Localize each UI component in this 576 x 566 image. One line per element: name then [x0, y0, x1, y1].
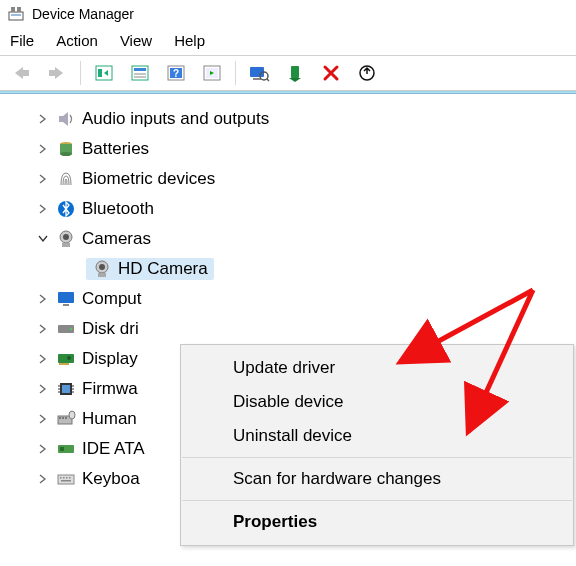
tree-node-computer[interactable]: Comput	[36, 284, 576, 314]
tree-node-audio[interactable]: Audio inputs and outputs	[36, 104, 576, 134]
tree-label: Comput	[82, 289, 142, 309]
title-bar: Device Manager	[0, 0, 576, 28]
tree-node-disk[interactable]: Disk dri	[36, 314, 576, 344]
svg-rect-53	[58, 475, 74, 484]
hid-icon	[56, 409, 76, 429]
svg-rect-3	[17, 7, 21, 12]
toolbar: ?	[0, 55, 576, 91]
device-manager-icon	[8, 6, 24, 22]
menu-action[interactable]: Action	[56, 32, 98, 49]
chevron-down-icon[interactable]	[36, 232, 50, 246]
bluetooth-icon	[56, 199, 76, 219]
svg-rect-1	[11, 14, 21, 16]
tree-node-biometric[interactable]: Biometric devices	[36, 164, 576, 194]
ide-icon	[56, 439, 76, 459]
properties-button[interactable]	[125, 60, 155, 86]
svg-rect-2	[11, 7, 15, 12]
context-separator	[182, 457, 572, 458]
uninstall-button[interactable]	[316, 60, 346, 86]
context-properties[interactable]: Properties	[181, 505, 573, 539]
menu-help[interactable]: Help	[174, 32, 205, 49]
svg-rect-27	[62, 243, 70, 247]
window-title: Device Manager	[32, 6, 134, 22]
camera-icon	[92, 259, 112, 279]
svg-rect-5	[98, 69, 102, 77]
context-uninstall-device[interactable]: Uninstall device	[181, 419, 573, 453]
chevron-right-icon[interactable]	[36, 112, 50, 126]
action-button[interactable]	[197, 60, 227, 86]
battery-icon	[56, 139, 76, 159]
chevron-right-icon[interactable]	[36, 202, 50, 216]
tree-node-hd-camera[interactable]: HD Camera	[66, 254, 576, 284]
svg-point-29	[99, 264, 105, 270]
tree-node-cameras[interactable]: Cameras	[36, 224, 576, 254]
camera-icon	[56, 229, 76, 249]
update-driver-button[interactable]	[352, 60, 382, 86]
forward-button	[42, 60, 72, 86]
svg-text:?: ?	[173, 68, 179, 79]
svg-rect-56	[66, 477, 68, 479]
svg-rect-39	[62, 385, 70, 393]
svg-rect-19	[291, 66, 299, 78]
svg-point-34	[70, 328, 72, 330]
chevron-right-icon[interactable]	[36, 292, 50, 306]
tree-label: Keyboa	[82, 469, 140, 489]
svg-rect-55	[63, 477, 65, 479]
chevron-right-icon[interactable]	[36, 472, 50, 486]
svg-point-37	[67, 356, 71, 360]
tree-label: Firmwa	[82, 379, 138, 399]
chevron-right-icon[interactable]	[36, 352, 50, 366]
context-disable-device[interactable]: Disable device	[181, 385, 573, 419]
speaker-icon	[56, 109, 76, 129]
menu-view[interactable]: View	[120, 32, 152, 49]
svg-rect-54	[60, 477, 62, 479]
svg-rect-31	[58, 292, 74, 303]
tree-label: Disk dri	[82, 319, 139, 339]
back-button	[6, 60, 36, 86]
svg-rect-30	[98, 273, 106, 277]
svg-rect-57	[69, 477, 71, 479]
tree-label: Audio inputs and outputs	[82, 109, 269, 129]
show-hide-tree-button[interactable]	[89, 60, 119, 86]
svg-rect-58	[61, 480, 71, 482]
tree-label: HD Camera	[118, 259, 208, 279]
chip-icon	[56, 379, 76, 399]
monitor-icon	[56, 289, 76, 309]
chevron-right-icon[interactable]	[36, 382, 50, 396]
svg-rect-52	[60, 447, 64, 451]
menu-file[interactable]: File	[10, 32, 34, 49]
chevron-right-icon[interactable]	[36, 322, 50, 336]
svg-rect-49	[65, 417, 67, 419]
tree-label: Display	[82, 349, 138, 369]
context-separator	[182, 500, 572, 501]
svg-point-23	[60, 152, 72, 156]
tree-node-batteries[interactable]: Batteries	[36, 134, 576, 164]
tree-label: Biometric devices	[82, 169, 215, 189]
scan-hardware-button[interactable]	[244, 60, 274, 86]
svg-point-50	[69, 411, 75, 419]
menu-bar: File Action View Help	[0, 28, 576, 55]
tree-node-bluetooth[interactable]: Bluetooth	[36, 194, 576, 224]
svg-rect-47	[59, 417, 61, 419]
context-menu: Update driver Disable device Uninstall d…	[180, 344, 574, 546]
fingerprint-icon	[56, 169, 76, 189]
svg-rect-48	[62, 417, 64, 419]
svg-line-18	[267, 79, 269, 81]
context-scan-hardware[interactable]: Scan for hardware changes	[181, 462, 573, 496]
context-update-driver[interactable]: Update driver	[181, 351, 573, 385]
svg-rect-32	[63, 304, 69, 306]
svg-rect-7	[134, 68, 146, 71]
svg-rect-16	[253, 78, 261, 80]
chevron-right-icon[interactable]	[36, 142, 50, 156]
chevron-right-icon[interactable]	[36, 412, 50, 426]
chevron-right-icon[interactable]	[36, 172, 50, 186]
enable-device-button[interactable]	[280, 60, 310, 86]
tree-label: Cameras	[82, 229, 151, 249]
gpu-icon	[56, 349, 76, 369]
disk-icon	[56, 319, 76, 339]
tree-label: IDE ATA	[82, 439, 145, 459]
tree-label: Bluetooth	[82, 199, 154, 219]
svg-rect-36	[59, 363, 69, 365]
chevron-right-icon[interactable]	[36, 442, 50, 456]
help-button[interactable]: ?	[161, 60, 191, 86]
